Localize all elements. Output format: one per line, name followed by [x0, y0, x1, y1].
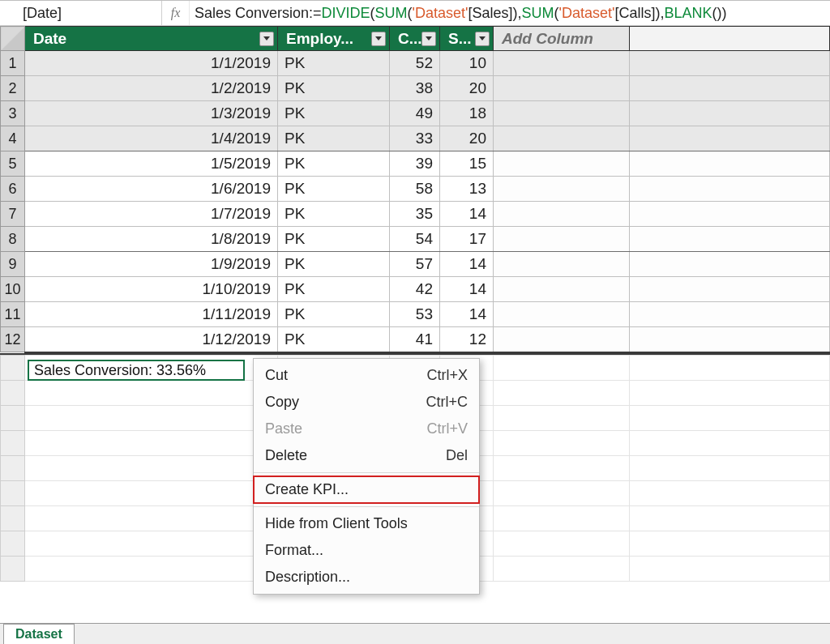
cell-calls[interactable]: 38 — [390, 76, 440, 101]
cell-employee[interactable]: PK — [278, 302, 390, 327]
cell-employee[interactable]: PK — [278, 151, 390, 177]
row-header[interactable]: 7 — [1, 202, 25, 227]
column-header-sales[interactable]: S... — [440, 27, 494, 51]
sheet-tab-dataset[interactable]: Dataset — [3, 624, 75, 644]
table-row[interactable]: 11/1/2019PK5210 — [1, 51, 830, 76]
cell-sales[interactable]: 14 — [440, 252, 494, 277]
fx-icon[interactable]: fx — [162, 1, 190, 25]
table-row[interactable]: 121/12/2019PK4112 — [1, 327, 830, 352]
cell-add-column[interactable] — [494, 252, 630, 277]
table-row[interactable]: 51/5/2019PK3915 — [1, 151, 830, 177]
column-header-calls[interactable]: C... — [390, 27, 440, 51]
table-row[interactable]: 31/3/2019PK4918 — [1, 101, 830, 126]
cell-add-column[interactable] — [494, 151, 630, 177]
row-header[interactable]: 12 — [1, 327, 25, 352]
cell-add-column[interactable] — [494, 202, 630, 227]
cell-sales[interactable]: 14 — [440, 277, 494, 302]
cell-add-column[interactable] — [494, 277, 630, 302]
cell-calls[interactable]: 58 — [390, 177, 440, 202]
cell-add-column[interactable] — [494, 227, 630, 252]
cell-date[interactable]: 1/3/2019 — [25, 101, 278, 126]
cell-date[interactable]: 1/10/2019 — [25, 277, 278, 302]
menu-item-create-kpi[interactable]: Create KPI... — [254, 476, 479, 503]
filter-dropdown-icon[interactable] — [259, 32, 274, 46]
cell-date[interactable]: 1/7/2019 — [25, 202, 278, 227]
filter-dropdown-icon[interactable] — [371, 32, 386, 46]
cell-sales[interactable]: 13 — [440, 177, 494, 202]
cell-employee[interactable]: PK — [278, 252, 390, 277]
cell-sales[interactable]: 20 — [440, 76, 494, 101]
row-header[interactable]: 5 — [1, 151, 25, 177]
cell-employee[interactable]: PK — [278, 101, 390, 126]
cell-add-column[interactable] — [494, 101, 630, 126]
cell-date[interactable]: 1/8/2019 — [25, 227, 278, 252]
menu-item-cut[interactable]: CutCtrl+X — [254, 362, 479, 389]
table-row[interactable]: 61/6/2019PK5813 — [1, 177, 830, 202]
row-header[interactable]: 10 — [1, 277, 25, 302]
cell-employee[interactable]: PK — [278, 277, 390, 302]
cell-date[interactable]: 1/9/2019 — [25, 252, 278, 277]
menu-item-format[interactable]: Format... — [254, 537, 479, 564]
cell-calls[interactable]: 57 — [390, 252, 440, 277]
table-row[interactable]: 101/10/2019PK4214 — [1, 277, 830, 302]
row-header[interactable]: 3 — [1, 101, 25, 126]
cell-sales[interactable]: 18 — [440, 101, 494, 126]
table-row[interactable]: 81/8/2019PK5417 — [1, 227, 830, 252]
cell-employee[interactable]: PK — [278, 227, 390, 252]
row-header[interactable]: 4 — [1, 126, 25, 151]
cell-sales[interactable]: 10 — [440, 51, 494, 76]
menu-item-hide-from-client-tools[interactable]: Hide from Client Tools — [254, 510, 479, 537]
formula-input[interactable]: Sales Conversion:=DIVIDE(SUM('Dataset'[S… — [190, 1, 830, 25]
add-column-header[interactable]: Add Column — [494, 27, 630, 51]
filter-dropdown-icon[interactable] — [475, 32, 490, 46]
row-header[interactable]: 6 — [1, 177, 25, 202]
cell-sales[interactable]: 12 — [440, 327, 494, 352]
table-row[interactable]: 111/11/2019PK5314 — [1, 302, 830, 327]
cell-add-column[interactable] — [494, 177, 630, 202]
cell-calls[interactable]: 53 — [390, 302, 440, 327]
cell-date[interactable]: 1/1/2019 — [25, 51, 278, 76]
cell-calls[interactable]: 54 — [390, 227, 440, 252]
cell-date[interactable]: 1/11/2019 — [25, 302, 278, 327]
cell-date[interactable]: 1/4/2019 — [25, 126, 278, 151]
measure-cell-sales-conversion[interactable]: Sales Conversion: 33.56% — [28, 360, 245, 381]
menu-item-description[interactable]: Description... — [254, 564, 479, 591]
cell-employee[interactable]: PK — [278, 177, 390, 202]
cell-sales[interactable]: 17 — [440, 227, 494, 252]
cell-calls[interactable]: 35 — [390, 202, 440, 227]
cell-calls[interactable]: 39 — [390, 151, 440, 177]
cell-date[interactable]: 1/5/2019 — [25, 151, 278, 177]
cell-employee[interactable]: PK — [278, 76, 390, 101]
cell-add-column[interactable] — [494, 126, 630, 151]
cell-calls[interactable]: 33 — [390, 126, 440, 151]
table-row[interactable]: 91/9/2019PK5714 — [1, 252, 830, 277]
row-header[interactable]: 9 — [1, 252, 25, 277]
row-header[interactable]: 8 — [1, 227, 25, 252]
table-row[interactable]: 41/4/2019PK3320 — [1, 126, 830, 151]
cell-calls[interactable]: 49 — [390, 101, 440, 126]
cell-calls[interactable]: 41 — [390, 327, 440, 352]
cell-date[interactable]: 1/12/2019 — [25, 327, 278, 352]
cell-date[interactable]: 1/2/2019 — [25, 76, 278, 101]
menu-item-copy[interactable]: CopyCtrl+C — [254, 389, 479, 416]
filter-dropdown-icon[interactable] — [421, 32, 436, 46]
cell-employee[interactable]: PK — [278, 126, 390, 151]
table-row[interactable]: 71/7/2019PK3514 — [1, 202, 830, 227]
cell-calls[interactable]: 42 — [390, 277, 440, 302]
cell-employee[interactable]: PK — [278, 51, 390, 76]
menu-item-delete[interactable]: DeleteDel — [254, 442, 479, 469]
column-header-employee[interactable]: Employ... — [278, 27, 390, 51]
cell-calls[interactable]: 52 — [390, 51, 440, 76]
cell-sales[interactable]: 14 — [440, 202, 494, 227]
row-header[interactable]: 2 — [1, 76, 25, 101]
cell-add-column[interactable] — [494, 327, 630, 352]
cell-sales[interactable]: 14 — [440, 302, 494, 327]
cell-date[interactable]: 1/6/2019 — [25, 177, 278, 202]
name-box[interactable]: [Date] — [0, 1, 162, 25]
cell-add-column[interactable] — [494, 51, 630, 76]
cell-sales[interactable]: 15 — [440, 151, 494, 177]
cell-employee[interactable]: PK — [278, 202, 390, 227]
row-header[interactable]: 11 — [1, 302, 25, 327]
table-row[interactable]: 21/2/2019PK3820 — [1, 76, 830, 101]
cell-add-column[interactable] — [494, 76, 630, 101]
